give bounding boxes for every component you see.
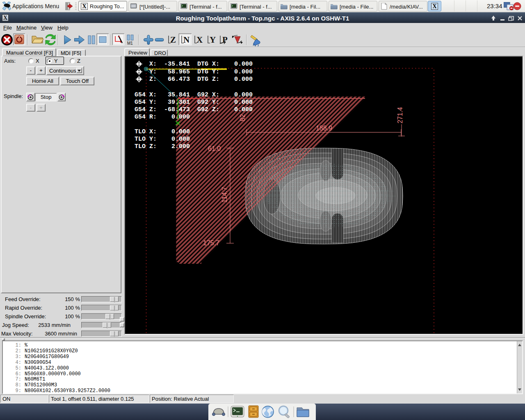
svg-text:Z: Z bbox=[170, 35, 176, 45]
svg-text:P: P bbox=[222, 35, 228, 45]
svg-text:M1: M1 bbox=[127, 41, 133, 46]
svg-text:175.7: 175.7 bbox=[203, 240, 219, 247]
svg-text:61.0: 61.0 bbox=[208, 145, 221, 152]
svg-text:N: N bbox=[183, 35, 189, 45]
svg-text:188.9: 188.9 bbox=[316, 125, 332, 132]
svg-text:Y: Y bbox=[210, 35, 216, 45]
svg-text:114.7: 114.7 bbox=[221, 187, 228, 203]
svg-text:271.4: 271.4 bbox=[397, 107, 404, 123]
svg-text:X: X bbox=[196, 35, 203, 45]
